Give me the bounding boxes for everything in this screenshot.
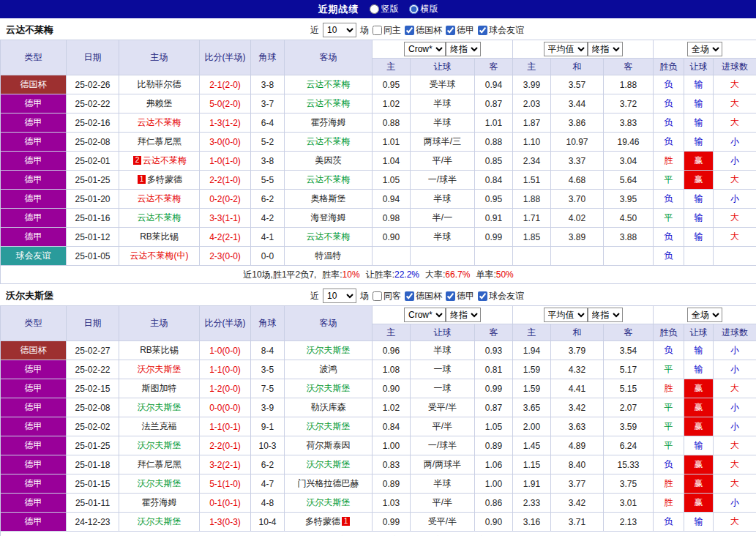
match-row: 德甲25-01-11霍芬海姆0-1(0-1)4-8沃尔夫斯堡1.03平/半0.8… [1, 494, 756, 513]
ah-home-odds: 0.90 [373, 379, 411, 398]
matches-table: 类型日期主场比分(半场)角球客场Crow*终指平均值终指全场主让球客主和客胜负让… [0, 305, 756, 536]
corner-score: 10-3 [251, 436, 285, 455]
avg-away-odds: 6.24 [604, 436, 654, 455]
odds-source-select[interactable]: Crow* [404, 42, 446, 56]
match-count-select[interactable]: 10 [323, 23, 356, 37]
score: 5-1(1-0) [200, 474, 251, 494]
scope-select[interactable]: 全场 [687, 42, 722, 56]
result: 负 [654, 94, 684, 113]
odds-source-select[interactable]: Crow* [404, 308, 446, 322]
odds-stage-select[interactable]: 终指 [446, 308, 481, 322]
odds-stage-select[interactable]: 终指 [446, 42, 481, 56]
away-team: 云达不莱梅 [285, 94, 373, 113]
match-row: 德甲24-12-23沃尔夫斯堡1-3(0-3)10-4多特蒙德10.99受平/半… [1, 513, 756, 532]
avg-draw-odds: 8.40 [551, 455, 604, 474]
column-header: 角球 [251, 40, 285, 75]
score: 1-3(1-2) [200, 113, 251, 133]
filter-checkbox[interactable] [478, 291, 487, 301]
goals-result: 大 [714, 455, 756, 474]
avg-home-odds: 1.71 [513, 209, 551, 228]
avg-draw-odds: 3.79 [551, 341, 604, 360]
result: 负 [654, 113, 684, 133]
filter-option-球会友谊[interactable]: 球会友谊 [478, 24, 524, 37]
goals-result: 小 [714, 494, 756, 513]
summary-stat-label: 让胜率: [366, 269, 394, 280]
team-name: 沃尔夫斯堡 [307, 421, 351, 431]
ah-home-odds: 1.08 [373, 360, 411, 379]
filter-option-德国杯[interactable]: 德国杯 [405, 24, 442, 37]
avg-home-odds: 1.88 [513, 190, 551, 209]
filter-option-德甲[interactable]: 德甲 [446, 290, 474, 302]
ah-away-odds: 0.99 [475, 228, 513, 247]
filter-checkbox[interactable] [446, 291, 455, 301]
avg-source-select[interactable]: 平均值 [544, 42, 588, 56]
matches-table: 类型日期主场比分(半场)角球客场Crow*终指平均值终指全场主让球客主和客胜负让… [0, 40, 756, 284]
score: 1-2(0-0) [200, 379, 251, 398]
filter-checkbox[interactable] [446, 26, 455, 35]
filter-checkbox[interactable] [405, 291, 414, 301]
avg-home-odds: 1.45 [513, 436, 551, 455]
avg-draw-odds: 3.37 [551, 152, 604, 171]
match-type-badge: 德甲 [1, 398, 67, 417]
ah-home-odds: 0.90 [373, 228, 411, 247]
filter-option-同主[interactable]: 同主 [373, 24, 401, 37]
filter-checkbox[interactable] [478, 26, 487, 35]
summary: 近10场,胜1平2负7,胜率:10%让胜率:22.2%大率:66.7%单率:50… [1, 266, 756, 284]
match-date: 25-01-18 [67, 455, 119, 474]
away-team: 云达不莱梅 [285, 171, 373, 190]
filter-option-同客[interactable]: 同客 [373, 290, 401, 302]
home-team: 2云达不莱梅 [119, 152, 200, 171]
handicap-result: 赢 [684, 152, 714, 171]
match-type-badge: 德甲 [1, 494, 67, 513]
handicap-result: 赢 [684, 379, 714, 398]
team-name: 沃尔夫斯堡 [307, 497, 351, 507]
result: 负 [654, 247, 684, 266]
handicap-result: 输 [684, 190, 714, 209]
corner-score: 4-1 [251, 228, 285, 247]
match-row: 球会友谊25-01-05云达不莱梅(中)2-3(0-0)0-0特温特负 [1, 247, 756, 266]
ah-away-odds: 0.88 [475, 133, 513, 152]
scope-select[interactable]: 全场 [687, 308, 722, 322]
avg-home-odds: 1.85 [513, 228, 551, 247]
column-header: 角球 [251, 306, 285, 341]
column-header: 日期 [67, 40, 119, 75]
filter-checkbox[interactable] [373, 291, 382, 301]
column-header: 让球 [684, 324, 714, 341]
filter-checkbox[interactable] [373, 26, 382, 35]
vertical-layout-label: 竖版 [381, 3, 399, 15]
result: 负 [654, 513, 684, 532]
layout-radio-horizontal[interactable]: 横版 [409, 3, 438, 15]
red-card-badge: 1 [138, 175, 146, 184]
avg-draw-odds: 3.70 [551, 190, 604, 209]
team-name: 云达不莱梅 [307, 79, 351, 89]
score: 5-0(2-0) [200, 94, 251, 113]
filter-option-球会友谊[interactable]: 球会友谊 [478, 290, 524, 302]
layout-radio-vertical[interactable]: 竖版 [370, 3, 399, 15]
filter-option-德甲[interactable]: 德甲 [446, 24, 474, 37]
column-header: 和 [551, 324, 604, 341]
vertical-layout-radio[interactable] [370, 4, 379, 14]
goals-result: 小 [714, 341, 756, 360]
match-count-select[interactable]: 10 [323, 289, 356, 303]
horizontal-layout-radio[interactable] [409, 4, 419, 14]
handicap-result: 输 [684, 228, 714, 247]
avg-draw-odds: 3.63 [551, 417, 604, 436]
team-section-away: 沃尔夫斯堡 近10场同客德国杯德甲球会友谊 类型日期主场比分(半场)角球客场Cr… [0, 286, 756, 536]
avg-source-select[interactable]: 平均值 [544, 308, 588, 322]
near-label: 近 [310, 290, 319, 302]
avg-stage-select[interactable]: 终指 [588, 308, 623, 322]
filter-bar: 近10场同主德国杯德甲球会友谊 [310, 21, 524, 40]
avg-stage-select[interactable]: 终指 [588, 42, 623, 56]
ah-home-odds: 0.94 [373, 190, 411, 209]
team-name: 云达不莱梅 [307, 98, 351, 108]
match-type-badge: 德甲 [1, 113, 67, 133]
column-header: 进球数 [714, 324, 756, 341]
filter-option-德国杯[interactable]: 德国杯 [405, 290, 442, 302]
avg-away-odds: 3.72 [604, 94, 654, 113]
result: 平 [654, 398, 684, 417]
home-team: 拜仁慕尼黑 [119, 133, 200, 152]
handicap-result: 输 [684, 436, 714, 455]
handicap-result: 输 [684, 133, 714, 152]
filter-checkbox[interactable] [405, 26, 414, 35]
ah-away-odds: 0.93 [475, 341, 513, 360]
